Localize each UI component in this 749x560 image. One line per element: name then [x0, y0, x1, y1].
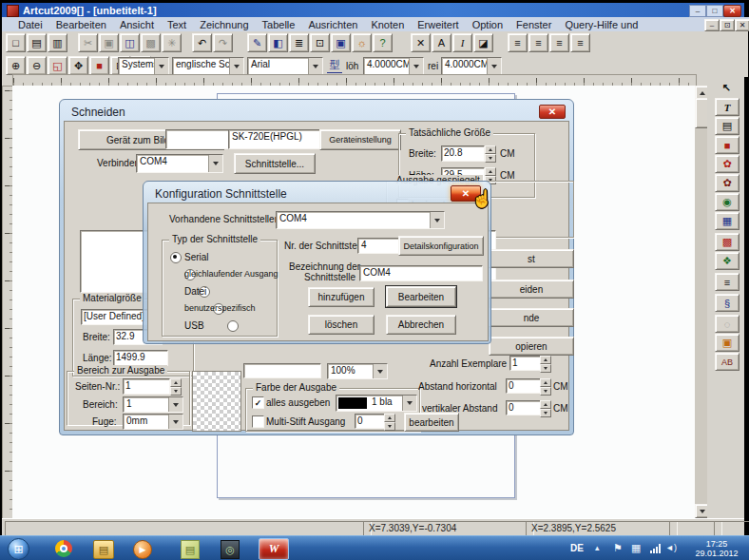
width-input[interactable]: 20.8: [441, 145, 485, 162]
canvas-vscrollbar[interactable]: [695, 86, 707, 518]
mdi-minimize-button[interactable]: –: [704, 19, 720, 31]
align-center-icon[interactable]: ≡: [528, 33, 548, 52]
menu-text[interactable]: Text: [161, 18, 193, 31]
menu-knoten[interactable]: Knoten: [364, 18, 411, 31]
mdi-close-button[interactable]: ✕: [735, 19, 749, 31]
chevron-down-icon[interactable]: [208, 155, 222, 172]
material-length-input[interactable]: 1499.9: [113, 350, 168, 366]
chevron-down-icon[interactable]: [154, 58, 168, 74]
cherry-art2-icon[interactable]: ✿: [715, 174, 739, 192]
paste-icon[interactable]: ◫: [120, 33, 140, 52]
connect-combo[interactable]: COM4: [136, 154, 223, 173]
table-tool-icon[interactable]: ▦: [715, 212, 739, 230]
tray-language[interactable]: DE: [570, 543, 584, 553]
add-button[interactable]: hinzufügen: [308, 287, 374, 307]
zoom-in-icon[interactable]: ⊕: [6, 56, 26, 75]
open-icon[interactable]: ▤: [27, 33, 47, 52]
taskbar-notes-icon[interactable]: ▤: [181, 540, 200, 559]
plants-tool-icon[interactable]: ❖: [715, 252, 739, 270]
output-all-checkbox[interactable]: ✓: [252, 396, 264, 409]
format-paint-icon[interactable]: ✳: [162, 33, 182, 52]
palette-tool-icon[interactable]: ▩: [715, 233, 739, 251]
text-frame-icon[interactable]: A: [432, 33, 451, 52]
align-right-icon[interactable]: ≡: [549, 33, 569, 52]
vspace-input[interactable]: 0: [506, 400, 542, 415]
copies-stepper[interactable]: [540, 356, 551, 370]
language-combo[interactable]: Systemspr.: [118, 57, 169, 75]
red-square-icon[interactable]: ■: [89, 56, 109, 75]
paste-special-icon[interactable]: ▩: [141, 33, 161, 52]
italic-icon[interactable]: I: [452, 33, 472, 52]
radio-serial[interactable]: [170, 252, 182, 263]
available-combo[interactable]: COM4: [276, 211, 445, 229]
scale-combo[interactable]: 100%: [327, 363, 388, 379]
multi-pen-input[interactable]: 0: [355, 414, 385, 429]
port-name-input[interactable]: COM4: [359, 265, 483, 281]
cherry-art-icon[interactable]: ✿: [715, 155, 739, 173]
mdi-restore-button[interactable]: ⊡: [720, 19, 735, 31]
side-button-ende[interactable]: nde: [489, 308, 574, 327]
menu-ansicht[interactable]: Ansicht: [113, 18, 161, 31]
cut-icon[interactable]: ✂: [78, 33, 98, 52]
width-stepper[interactable]: [485, 145, 496, 161]
zoom-out-icon[interactable]: ⊖: [27, 56, 47, 75]
chevron-down-icon[interactable]: [409, 58, 423, 74]
width-combo[interactable]: 4.0000CM: [441, 57, 502, 75]
font-style-icon[interactable]: 型: [327, 57, 342, 73]
maximize-button[interactable]: □: [706, 5, 723, 17]
tray-flag-icon[interactable]: ⚑: [613, 542, 623, 554]
menu-zeichnung[interactable]: Zeichnung: [193, 18, 255, 31]
start-button[interactable]: ⊞: [8, 538, 29, 560]
node-edit-icon[interactable]: ◪: [473, 33, 493, 52]
chevron-down-icon[interactable]: [229, 58, 243, 74]
menu-tabelle[interactable]: Tabelle: [256, 18, 302, 31]
menu-erweitert[interactable]: Erweitert: [411, 18, 465, 31]
vspace-stepper[interactable]: [540, 400, 551, 415]
disabled-tool-icon[interactable]: ◌: [715, 315, 739, 333]
chevron-down-icon[interactable]: [168, 397, 182, 412]
align-left-icon[interactable]: ≡: [508, 33, 528, 52]
side-button-test[interactable]: st: [489, 249, 574, 268]
bulb-icon[interactable]: ☼: [352, 33, 372, 52]
area-combo[interactable]: 1: [123, 396, 183, 413]
script-combo[interactable]: englische Schrift: [172, 57, 244, 75]
zoom-rect-icon[interactable]: ◱: [48, 56, 67, 75]
menu-fenster[interactable]: Fenster: [509, 18, 558, 31]
close-button[interactable]: ✕: [723, 5, 741, 17]
text-tool-icon[interactable]: T: [715, 98, 739, 116]
interface-button[interactable]: Schnittstelle...: [234, 153, 316, 174]
menu-option[interactable]: Option: [466, 18, 509, 31]
menu-ausrichten[interactable]: Ausrichten: [301, 18, 364, 31]
select-tool-icon[interactable]: ↖: [715, 80, 738, 96]
delete-button[interactable]: löschen: [308, 315, 374, 335]
page-pick-tool-icon[interactable]: ▤: [715, 117, 739, 135]
radio-usb[interactable]: [227, 320, 239, 332]
multi-pen-stepper[interactable]: [384, 414, 395, 428]
help-icon[interactable]: ?: [373, 33, 393, 52]
color-window-icon[interactable]: ▣: [331, 33, 351, 52]
chevron-down-icon[interactable]: [373, 364, 387, 378]
side-button-schneiden[interactable]: eiden: [489, 280, 574, 299]
menu-bearbeiten[interactable]: Bearbeiten: [49, 18, 113, 31]
taskbar-media-icon[interactable]: ▶: [133, 540, 152, 559]
chevron-down-icon[interactable]: [430, 212, 444, 228]
align-justify-icon[interactable]: ≡: [570, 33, 590, 52]
menu-datei[interactable]: Datei: [11, 18, 49, 31]
taskbar-chrome-icon[interactable]: [55, 540, 72, 557]
print-preview-icon[interactable]: ⊡: [310, 33, 330, 52]
new-icon[interactable]: □: [6, 33, 26, 52]
redo-icon[interactable]: ↷: [213, 33, 233, 52]
detail-config-button[interactable]: Detailskonfiguration: [398, 236, 484, 256]
multi-pen-checkbox[interactable]: [252, 415, 264, 428]
schneiden-close-icon[interactable]: ✕: [539, 105, 566, 119]
chevron-down-icon[interactable]: [308, 58, 322, 74]
edit-pen-button[interactable]: bearbeiten: [404, 413, 459, 432]
port-number-input[interactable]: 4: [357, 238, 399, 254]
tray-speaker-icon[interactable]: ◄): [665, 543, 677, 552]
taskbar-phone-icon[interactable]: ◎: [221, 540, 240, 559]
tray-signal-icon[interactable]: [650, 544, 661, 553]
copy-icon[interactable]: ▣: [99, 33, 119, 52]
tray-up-icon[interactable]: ▴: [595, 543, 600, 552]
menu-query-hilfe[interactable]: Query-Hilfe und: [558, 18, 644, 31]
chevron-down-icon[interactable]: [168, 415, 182, 429]
